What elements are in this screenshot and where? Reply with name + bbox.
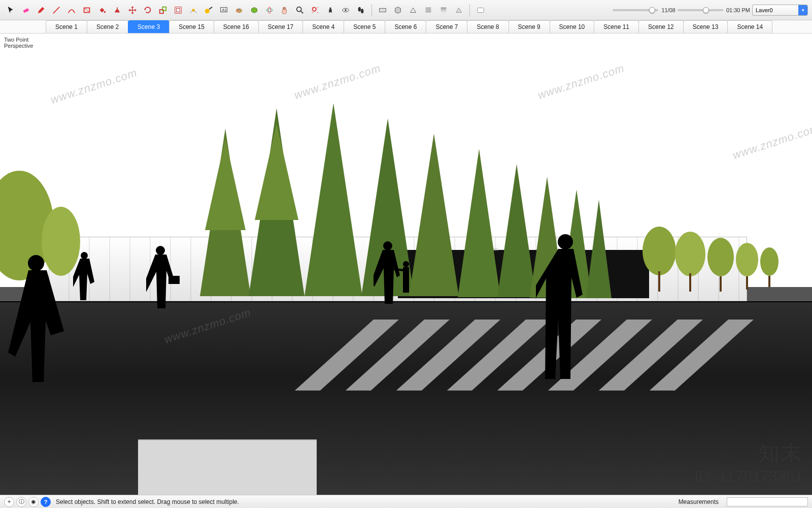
scene-tab[interactable]: Scene 7 (426, 20, 467, 33)
time-label: 01:30 PM (726, 7, 750, 13)
svg-rect-33 (441, 9, 447, 11)
zoom-icon[interactable] (293, 4, 307, 17)
scene-tab[interactable]: Scene 1 (46, 20, 87, 33)
status-bar: ⌖ ⓘ ◉ ? Select objects. Shift to extend … (0, 495, 812, 508)
layers-icon[interactable] (422, 4, 435, 17)
text-icon[interactable]: A1 (217, 4, 230, 17)
svg-point-9 (192, 9, 194, 11)
component-icon[interactable] (248, 4, 261, 17)
scene-tabs: Scene 1 Scene 2 Scene 3 Scene 15 Scene 1… (0, 20, 812, 34)
svg-line-1 (53, 7, 60, 13)
section-display-icon[interactable] (391, 4, 404, 17)
svg-point-4 (104, 11, 106, 13)
svg-rect-31 (426, 11, 431, 12)
svg-point-51 (558, 234, 573, 249)
scene-tab[interactable]: Scene 3 (128, 20, 170, 33)
svg-point-20 (297, 7, 301, 11)
move-icon[interactable] (126, 4, 139, 17)
svg-point-44 (81, 252, 88, 259)
person-silhouette (536, 232, 597, 384)
eraser-icon[interactable] (19, 4, 32, 17)
rectangle-icon[interactable] (80, 4, 93, 17)
svg-rect-30 (426, 9, 431, 11)
rotate-icon[interactable] (141, 4, 154, 17)
watermark-url: www.znzmo.com (731, 121, 812, 162)
chevron-down-icon: ▾ (798, 5, 807, 15)
scene-tab[interactable]: Scene 11 (594, 20, 639, 33)
pencil-icon[interactable] (35, 4, 48, 17)
scene-tab[interactable]: Scene 6 (385, 20, 426, 33)
svg-line-11 (209, 7, 212, 9)
svg-line-21 (301, 11, 303, 13)
scene-tab[interactable]: Scene 16 (214, 20, 259, 33)
svg-point-40 (760, 247, 779, 276)
svg-rect-7 (175, 7, 182, 13)
fog-icon[interactable] (452, 4, 465, 17)
scene-tab[interactable]: Scene 10 (550, 20, 595, 33)
model-viewport[interactable]: Two Point Perspective us Station (0, 34, 812, 495)
svg-point-47 (383, 241, 392, 250)
measurements-label: Measurements (679, 498, 719, 505)
person-silhouette (73, 250, 98, 301)
svg-rect-0 (23, 8, 29, 13)
paint-icon[interactable] (232, 4, 246, 17)
tape-measure-icon[interactable] (202, 4, 215, 17)
scale-icon[interactable] (156, 4, 170, 17)
time-slider[interactable]: 01:30 PM (678, 7, 750, 13)
scene-tab[interactable]: Scene 15 (169, 20, 214, 33)
orbit-icon[interactable] (263, 4, 276, 17)
scene-tab[interactable]: Scene 5 (344, 20, 385, 33)
svg-line-3 (84, 8, 90, 12)
status-hint: Select objects. Shift to extend select. … (56, 498, 239, 505)
outliner-icon[interactable] (407, 4, 420, 17)
svg-point-39 (736, 243, 758, 276)
layer-dropdown[interactable]: Laver0 ▾ (752, 5, 808, 16)
scene-tab[interactable]: Scene 9 (509, 20, 550, 33)
arc-icon[interactable] (65, 4, 78, 17)
scene-tab[interactable]: Scene 2 (87, 20, 128, 33)
date-slider[interactable]: 11/08 (613, 7, 675, 13)
svg-point-16 (239, 9, 240, 10)
help-icon[interactable]: ? (41, 497, 51, 507)
pan-icon[interactable] (278, 4, 291, 17)
line-icon[interactable] (50, 4, 63, 17)
svg-rect-35 (478, 8, 484, 12)
pushpull-icon[interactable] (111, 4, 124, 17)
svg-point-10 (205, 9, 210, 13)
scene-tab[interactable]: Scene 4 (302, 20, 344, 33)
position-camera-icon[interactable] (324, 4, 337, 17)
scene-render: us Station (0, 34, 812, 495)
main-toolbar: A1 11/08 01:30 PM Laver0 ▾ (0, 0, 812, 20)
svg-point-23 (329, 7, 331, 9)
scene-tab[interactable]: Scene 17 (258, 20, 303, 33)
svg-point-15 (237, 9, 238, 10)
paint-bucket-icon[interactable] (95, 4, 109, 17)
follow-me-icon[interactable] (187, 4, 200, 17)
sign-in-icon[interactable]: ◉ (28, 497, 39, 507)
shadows-icon[interactable] (437, 4, 450, 17)
geo-location-icon[interactable]: ⌖ (4, 497, 14, 507)
xray-icon[interactable] (474, 4, 487, 17)
scene-tab[interactable]: Scene 12 (638, 20, 684, 33)
section-icon[interactable] (376, 4, 389, 17)
credits-icon[interactable]: ⓘ (16, 497, 26, 507)
scene-tab[interactable]: Scene 14 (727, 20, 772, 33)
walk-icon[interactable] (354, 4, 367, 17)
watermark-url: www.znzmo.com (292, 61, 382, 102)
svg-point-48 (403, 261, 409, 267)
svg-point-38 (707, 238, 734, 276)
measurements-input[interactable] (727, 497, 808, 506)
svg-rect-29 (426, 7, 431, 9)
scene-tab[interactable]: Scene 13 (683, 20, 728, 33)
svg-line-50 (394, 269, 404, 270)
svg-point-43 (28, 255, 44, 271)
svg-rect-28 (380, 8, 386, 12)
scene-tab[interactable]: Scene 8 (467, 20, 509, 33)
person-silhouette (146, 244, 182, 310)
svg-point-27 (361, 9, 363, 13)
zoom-extents-icon[interactable] (309, 4, 322, 17)
look-around-icon[interactable] (339, 4, 352, 17)
offset-icon[interactable] (172, 4, 185, 17)
select-arrow-icon[interactable] (4, 4, 17, 17)
person-silhouette (374, 240, 419, 306)
